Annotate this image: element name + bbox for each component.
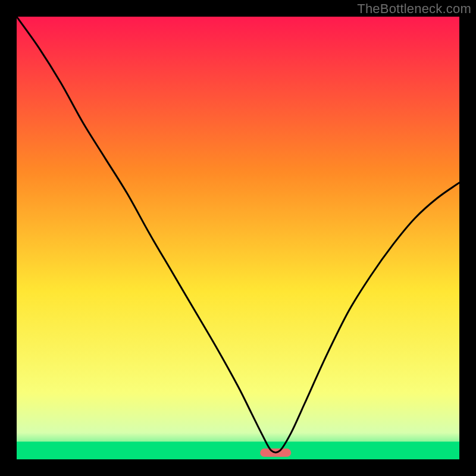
- watermark-label: TheBottleneck.com: [357, 1, 471, 17]
- gradient-background: [17, 17, 459, 459]
- plot-area: [17, 17, 459, 459]
- chart-frame: TheBottleneck.com: [0, 0, 476, 476]
- svg-rect-0: [17, 441, 459, 459]
- bottleneck-chart: [17, 17, 459, 459]
- green-band: [17, 441, 459, 459]
